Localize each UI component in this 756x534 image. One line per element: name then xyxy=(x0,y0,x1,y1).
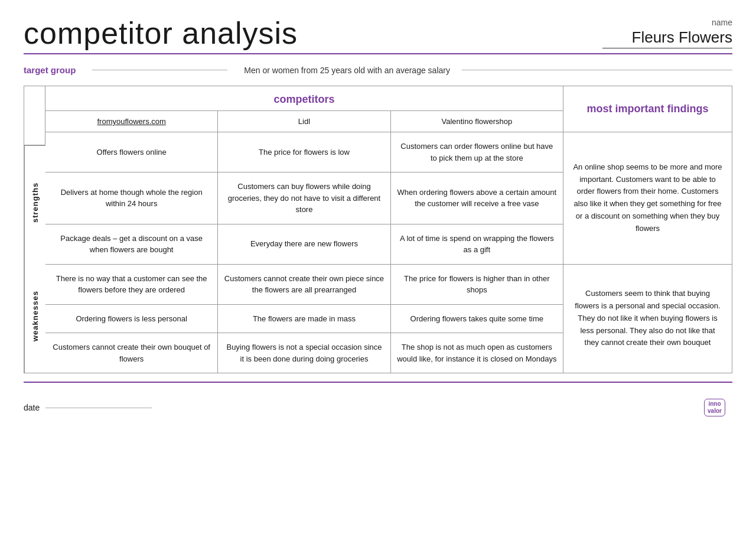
weakness-row3-cell3: The shop is not as much open as customer… xyxy=(391,333,563,373)
weakness-row1-cell2: Customers cannot create their own piece … xyxy=(218,265,390,304)
competitor-name-3: Valentino flowershop xyxy=(391,111,563,132)
weakness-row-2: Ordering flowers is less personal The fl… xyxy=(45,305,563,334)
name-value: Fleurs Flowers xyxy=(602,28,732,48)
header-divider xyxy=(24,53,732,54)
footer: date inno valor xyxy=(24,393,732,418)
target-group-value: Men or women from 25 years old with an a… xyxy=(244,66,450,75)
target-group-row: target group Men or women from 25 years … xyxy=(24,65,732,75)
strength-row3-cell1: Package deals – get a discount on a vase… xyxy=(45,224,218,264)
logo-area: inno valor xyxy=(697,397,732,418)
weakness-row2-cell3: Ordering flowers takes quite some time xyxy=(391,305,563,333)
target-group-line xyxy=(92,70,227,70)
competitors-block: competitors fromyouflowers.com Lidl Vale… xyxy=(45,86,563,132)
main-table: strengths weaknesses competitors fromyou… xyxy=(24,86,732,373)
logo-line1: inno xyxy=(708,400,721,407)
target-group-label: target group xyxy=(24,65,76,75)
strength-row1-cell2: The price for flowers is low xyxy=(218,132,390,172)
page-header: competitor analysis name Fleurs Flowers xyxy=(24,18,732,48)
weaknesses-section: There is no way that a customer can see … xyxy=(45,265,732,373)
weaknesses-competitors-data: There is no way that a customer can see … xyxy=(45,265,563,373)
competitors-header: competitors xyxy=(45,86,563,111)
strengths-section: Offers flowers online The price for flow… xyxy=(45,132,732,265)
side-labels: strengths weaknesses xyxy=(24,86,45,373)
side-label-strengths: strengths xyxy=(24,145,45,259)
strength-row3-cell2: Everyday there are new flowers xyxy=(218,224,390,264)
strength-row2-cell2: Customers can buy flowers while doing gr… xyxy=(218,172,390,224)
name-section: name Fleurs Flowers xyxy=(579,18,732,48)
weakness-row1-cell1: There is no way that a customer can see … xyxy=(45,265,218,304)
strength-row-1: Offers flowers online The price for flow… xyxy=(45,132,563,172)
strength-row3-cell3: A lot of time is spend on wrapping the f… xyxy=(391,224,563,264)
weakness-row2-cell1: Ordering flowers is less personal xyxy=(45,305,218,333)
findings-header-block: most important findings xyxy=(563,86,732,132)
strength-row-2: Delivers at home though whole the region… xyxy=(45,172,563,224)
competitor-name-1: fromyouflowers.com xyxy=(45,111,218,132)
weakness-row-3: Customers cannot create their own bouque… xyxy=(45,333,563,373)
target-group-line-after xyxy=(462,70,732,70)
weakness-row-1: There is no way that a customer can see … xyxy=(45,265,563,305)
logo-box: inno valor xyxy=(704,399,725,416)
top-header-section: competitors fromyouflowers.com Lidl Vale… xyxy=(45,86,732,132)
competitors-names: fromyouflowers.com Lidl Valentino flower… xyxy=(45,111,563,132)
competitor-name-2: Lidl xyxy=(218,111,390,132)
weakness-row3-cell1: Customers cannot create their own bouque… xyxy=(45,333,218,373)
side-label-top-empty xyxy=(24,86,45,145)
weakness-row2-cell2: The flowers are made in mass xyxy=(218,305,390,333)
strength-row-3: Package deals – get a discount on a vase… xyxy=(45,224,563,264)
date-section: date xyxy=(24,403,152,412)
name-label: name xyxy=(712,18,732,27)
strength-row1-cell3: Customers can order flowers online but h… xyxy=(391,132,563,172)
page-title: competitor analysis xyxy=(24,18,298,48)
strengths-finding: An online shop seems to be more and more… xyxy=(563,132,732,264)
strength-row2-cell3: When ordering flowers above a certain am… xyxy=(391,172,563,224)
side-label-weaknesses: weaknesses xyxy=(24,259,45,373)
footer-divider xyxy=(24,382,732,383)
weakness-row3-cell2: Buying flowers is not a special occasion… xyxy=(218,333,390,373)
content-area: competitors fromyouflowers.com Lidl Vale… xyxy=(45,86,732,373)
strength-row2-cell1: Delivers at home though whole the region… xyxy=(45,172,218,224)
logo-line2: valor xyxy=(708,408,722,414)
strength-row1-cell1: Offers flowers online xyxy=(45,132,218,172)
strengths-competitors-data: Offers flowers online The price for flow… xyxy=(45,132,563,264)
weaknesses-finding: Customers seem to think that buying flow… xyxy=(563,265,732,373)
weakness-row1-cell3: The price for flowers is higher than in … xyxy=(391,265,563,304)
date-line xyxy=(45,408,152,408)
date-label: date xyxy=(24,403,40,412)
competitor-1-link[interactable]: fromyouflowers.com xyxy=(97,117,166,126)
